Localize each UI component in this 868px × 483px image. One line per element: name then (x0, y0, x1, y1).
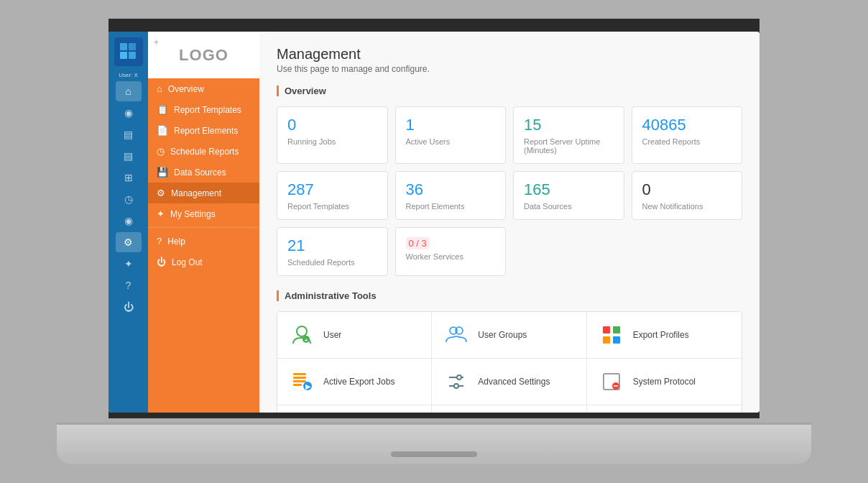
tool-system-protocol-label: System Protocol (633, 377, 696, 387)
stat-data-sources-value: 165 (524, 180, 614, 199)
svg-rect-15 (293, 380, 306, 382)
active-export-jobs-icon: ▶ (289, 369, 315, 395)
stat-running-jobs-value: 0 (287, 116, 377, 134)
main-content: Management Use this page to manage and c… (259, 32, 760, 413)
svg-rect-9 (603, 326, 610, 334)
laptop-screen: User: X ⌂ ◉ ▤ ▤ ⊞ ◷ ◉ ⚙ ✦ ? ⏻ + LOGO (108, 32, 760, 413)
tool-manage-printers[interactable]: Manage Printers (587, 405, 742, 413)
laptop-body (57, 425, 811, 464)
stat-running-jobs-label: Running Jobs (287, 137, 377, 146)
svg-rect-2 (120, 43, 127, 50)
stat-server-uptime: 15 Report Server Uptime (Minutes) (513, 106, 624, 164)
sidebar-item-schedule-reports[interactable]: ◷ Schedule Reports (148, 141, 259, 162)
stats-grid: 0 Running Jobs 1 Active Users 15 Report … (277, 106, 742, 276)
admin-tools-grid: + User (277, 311, 742, 413)
stat-created-reports-label: Created Reports (642, 137, 732, 146)
system-protocol-icon (599, 369, 624, 395)
data-sources-icon: 💾 (157, 167, 168, 178)
svg-rect-11 (603, 336, 610, 344)
stat-worker-services-value: 0 / 3 (406, 236, 496, 249)
orange-logo-area: + LOGO (148, 32, 259, 78)
sidebar-item-management[interactable]: ⚙ Management (148, 183, 259, 203)
ui-container: User: X ⌂ ◉ ▤ ▤ ⊞ ◷ ◉ ⚙ ✦ ? ⏻ + LOGO (108, 32, 760, 413)
stat-created-reports: 40865 Created Reports (632, 106, 743, 164)
admin-section-header: Administrative Tools (277, 290, 742, 301)
sidebar-item-schedule-reports-label: Schedule Reports (170, 147, 239, 157)
tool-active-export-jobs-label: Active Export Jobs (323, 377, 394, 387)
sidebar-item-logout-label: Log Out (172, 257, 203, 267)
sidebar-item-overview[interactable]: ⌂ Overview (148, 78, 259, 99)
tool-system-protocol[interactable]: System Protocol (587, 359, 742, 405)
overview-section-header: Overview (277, 86, 742, 96)
report-templates-icon: 📋 (157, 104, 168, 115)
user-label: User: X (119, 72, 138, 78)
advanced-settings-icon (443, 369, 469, 395)
page-subtitle: Use this page to manage and configure. (277, 64, 742, 74)
user-groups-icon (443, 322, 469, 348)
overview-icon: ⌂ (157, 83, 162, 94)
sidebar-item-data-sources[interactable]: 💾 Data Sources (148, 162, 259, 183)
sidebar-blue-overview[interactable]: ◉ (116, 103, 142, 123)
sidebar-blue: User: X ⌂ ◉ ▤ ▤ ⊞ ◷ ◉ ⚙ ✦ ? ⏻ (108, 32, 148, 413)
stat-report-templates-label: Report Templates (287, 202, 377, 211)
page-title: Management (277, 46, 742, 63)
stat-worker-services-label: Worker Services (406, 252, 496, 261)
sidebar-blue-reports1[interactable]: ▤ (116, 124, 142, 144)
stat-new-notifications: 0 New Notifications (632, 171, 743, 220)
tool-advanced-settings[interactable]: Advanced Settings (432, 359, 586, 405)
sidebar-blue-schedule[interactable]: ◷ (116, 189, 142, 209)
sidebar-item-data-sources-label: Data Sources (174, 167, 226, 178)
help-icon: ? (157, 236, 162, 247)
sidebar-divider (148, 227, 259, 228)
my-settings-icon: ✦ (157, 208, 165, 219)
sidebar-item-report-templates-label: Report Templates (174, 105, 241, 115)
svg-rect-16 (293, 384, 302, 386)
tool-user-groups-label: User Groups (478, 330, 527, 340)
sidebar-blue-manage[interactable]: ⚙ (116, 232, 142, 252)
sidebar-blue-home[interactable]: ⌂ (116, 81, 142, 101)
sidebar-item-report-templates[interactable]: 📋 Report Templates (148, 99, 259, 120)
sidebar-blue-reports2[interactable]: ▤ (116, 146, 142, 166)
svg-rect-14 (293, 377, 306, 379)
stat-server-uptime-value: 15 (524, 116, 614, 134)
tool-user-groups[interactable]: User Groups (432, 312, 586, 359)
laptop-frame-bottom (108, 413, 760, 418)
svg-rect-1 (129, 52, 136, 59)
sidebar-item-logout[interactable]: ⏻ Log Out (148, 252, 259, 272)
svg-rect-3 (129, 43, 136, 50)
svg-point-23 (454, 384, 458, 388)
export-profiles-icon (599, 322, 624, 348)
sidebar-item-my-settings-label: My Settings (170, 209, 216, 219)
sidebar-blue-data1[interactable]: ◉ (116, 211, 142, 231)
schedule-reports-icon: ◷ (157, 146, 165, 157)
tool-export-profiles[interactable]: Export Profiles (587, 312, 742, 359)
sidebar-blue-logout[interactable]: ⏻ (116, 297, 142, 317)
sidebar-blue-settings[interactable]: ✦ (116, 254, 142, 274)
stat-report-elements: 36 Report Elements (395, 171, 507, 220)
tool-advanced-settings-label: Advanced Settings (478, 377, 550, 387)
stat-data-sources-label: Data Sources (524, 202, 614, 211)
sidebar-item-help[interactable]: ? Help (148, 231, 259, 252)
stat-active-users-label: Active Users (406, 137, 496, 146)
laptop-notch (391, 451, 477, 457)
tool-licensing[interactable]: Licensing (432, 405, 586, 413)
stat-report-templates-value: 287 (287, 180, 377, 199)
svg-text:▶: ▶ (305, 383, 311, 390)
tool-active-export-jobs[interactable]: ▶ Active Export Jobs (277, 359, 432, 405)
svg-point-4 (297, 326, 307, 336)
logout-icon: ⏻ (157, 257, 166, 267)
stat-new-notifications-value: 0 (642, 180, 732, 199)
sidebar-item-my-settings[interactable]: ✦ My Settings (148, 203, 259, 224)
sidebar-blue-help[interactable]: ? (116, 275, 142, 295)
stat-active-users-value: 1 (406, 116, 496, 134)
user-icon: + (289, 322, 315, 348)
tool-system-information[interactable]: System Information (277, 405, 432, 413)
tool-user[interactable]: + User (277, 312, 432, 359)
sidebar-item-report-elements[interactable]: 📄 Report Elements (148, 120, 259, 141)
report-elements-icon: 📄 (157, 125, 168, 136)
sidebar-item-report-elements-label: Report Elements (174, 126, 238, 136)
stat-active-users: 1 Active Users (395, 106, 507, 164)
stat-server-uptime-label: Report Server Uptime (Minutes) (524, 137, 614, 155)
plus-icon: + (154, 37, 160, 47)
sidebar-blue-groups[interactable]: ⊞ (116, 167, 142, 188)
